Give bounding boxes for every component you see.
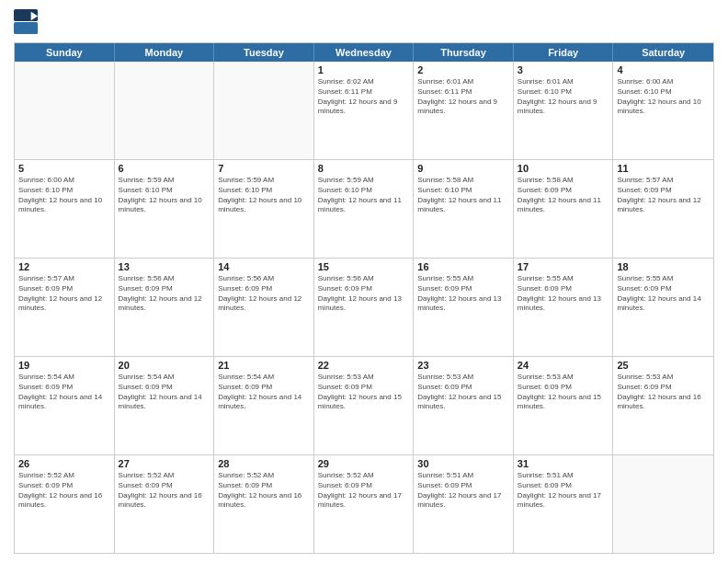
day-number: 5 xyxy=(18,163,110,174)
header-day-sunday: Sunday xyxy=(15,43,115,62)
day-info: Sunrise: 5:59 AM Sunset: 6:10 PM Dayligh… xyxy=(119,176,210,215)
day-number: 9 xyxy=(417,163,509,174)
day-number: 8 xyxy=(318,163,410,174)
day-number: 21 xyxy=(218,360,310,371)
calendar-week-1: 5Sunrise: 6:00 AM Sunset: 6:10 PM Daylig… xyxy=(15,159,713,258)
day-number: 20 xyxy=(119,360,210,371)
day-number: 30 xyxy=(417,458,509,469)
day-info: Sunrise: 6:01 AM Sunset: 6:10 PM Dayligh… xyxy=(518,77,609,117)
header-day-tuesday: Tuesday xyxy=(214,43,314,62)
day-info: Sunrise: 6:00 AM Sunset: 6:10 PM Dayligh… xyxy=(617,77,710,117)
header-day-friday: Friday xyxy=(514,43,614,62)
day-info: Sunrise: 5:59 AM Sunset: 6:10 PM Dayligh… xyxy=(218,176,310,215)
day-number: 29 xyxy=(318,458,410,469)
svg-rect-1 xyxy=(14,22,38,34)
calendar-week-3: 19Sunrise: 5:54 AM Sunset: 6:09 PM Dayli… xyxy=(15,356,713,454)
day-cell-26: 26Sunrise: 5:52 AM Sunset: 6:09 PM Dayli… xyxy=(15,455,115,553)
calendar-body: 1Sunrise: 6:02 AM Sunset: 6:11 PM Daylig… xyxy=(15,62,713,553)
day-number: 4 xyxy=(617,64,710,75)
day-cell-20: 20Sunrise: 5:54 AM Sunset: 6:09 PM Dayli… xyxy=(115,357,215,454)
day-cell-15: 15Sunrise: 5:56 AM Sunset: 6:09 PM Dayli… xyxy=(314,259,415,356)
day-info: Sunrise: 5:56 AM Sunset: 6:09 PM Dayligh… xyxy=(318,274,410,314)
day-cell-29: 29Sunrise: 5:52 AM Sunset: 6:09 PM Dayli… xyxy=(314,455,415,553)
day-number: 22 xyxy=(318,360,410,371)
day-info: Sunrise: 5:52 AM Sunset: 6:09 PM Dayligh… xyxy=(119,471,210,511)
day-cell-10: 10Sunrise: 5:58 AM Sunset: 6:09 PM Dayli… xyxy=(514,160,614,258)
day-cell-17: 17Sunrise: 5:55 AM Sunset: 6:09 PM Dayli… xyxy=(514,259,614,356)
day-number: 27 xyxy=(119,458,210,469)
day-info: Sunrise: 5:52 AM Sunset: 6:09 PM Dayligh… xyxy=(218,471,310,511)
day-info: Sunrise: 5:52 AM Sunset: 6:09 PM Dayligh… xyxy=(318,471,410,511)
day-number: 24 xyxy=(518,360,609,371)
day-number: 12 xyxy=(18,261,110,272)
day-number: 17 xyxy=(518,261,609,272)
header xyxy=(14,9,714,35)
day-cell-7: 7Sunrise: 5:59 AM Sunset: 6:10 PM Daylig… xyxy=(214,160,314,258)
day-number: 14 xyxy=(218,261,310,272)
day-info: Sunrise: 5:56 AM Sunset: 6:09 PM Dayligh… xyxy=(218,274,310,314)
day-cell-27: 27Sunrise: 5:52 AM Sunset: 6:09 PM Dayli… xyxy=(115,455,215,553)
calendar: SundayMondayTuesdayWednesdayThursdayFrid… xyxy=(14,42,714,554)
day-number: 16 xyxy=(417,261,509,272)
day-cell-5: 5Sunrise: 6:00 AM Sunset: 6:10 PM Daylig… xyxy=(15,160,115,258)
day-cell-18: 18Sunrise: 5:55 AM Sunset: 6:09 PM Dayli… xyxy=(613,259,713,356)
page: SundayMondayTuesdayWednesdayThursdayFrid… xyxy=(0,0,728,563)
day-info: Sunrise: 5:56 AM Sunset: 6:09 PM Dayligh… xyxy=(119,274,210,314)
day-number: 23 xyxy=(417,360,509,371)
header-day-saturday: Saturday xyxy=(613,43,713,62)
day-number: 3 xyxy=(518,64,609,75)
day-info: Sunrise: 5:53 AM Sunset: 6:09 PM Dayligh… xyxy=(617,373,710,412)
day-number: 13 xyxy=(119,261,210,272)
day-info: Sunrise: 5:59 AM Sunset: 6:10 PM Dayligh… xyxy=(318,176,410,215)
day-number: 25 xyxy=(617,360,710,371)
day-info: Sunrise: 5:58 AM Sunset: 6:09 PM Dayligh… xyxy=(518,176,609,215)
calendar-week-2: 12Sunrise: 5:57 AM Sunset: 6:09 PM Dayli… xyxy=(15,258,713,356)
day-number: 11 xyxy=(617,163,710,174)
day-info: Sunrise: 5:51 AM Sunset: 6:09 PM Dayligh… xyxy=(518,471,609,511)
day-info: Sunrise: 5:58 AM Sunset: 6:10 PM Dayligh… xyxy=(417,176,509,215)
day-info: Sunrise: 6:00 AM Sunset: 6:10 PM Dayligh… xyxy=(18,176,110,215)
day-number: 6 xyxy=(119,163,210,174)
day-cell-21: 21Sunrise: 5:54 AM Sunset: 6:09 PM Dayli… xyxy=(214,357,314,454)
empty-cell-0-1 xyxy=(115,62,215,159)
day-cell-3: 3Sunrise: 6:01 AM Sunset: 6:10 PM Daylig… xyxy=(514,62,614,159)
day-info: Sunrise: 5:55 AM Sunset: 6:09 PM Dayligh… xyxy=(518,274,609,314)
day-info: Sunrise: 5:52 AM Sunset: 6:09 PM Dayligh… xyxy=(18,471,110,511)
logo xyxy=(14,9,43,35)
day-info: Sunrise: 5:53 AM Sunset: 6:09 PM Dayligh… xyxy=(518,373,609,412)
calendar-week-4: 26Sunrise: 5:52 AM Sunset: 6:09 PM Dayli… xyxy=(15,454,713,553)
day-cell-9: 9Sunrise: 5:58 AM Sunset: 6:10 PM Daylig… xyxy=(414,160,514,258)
day-number: 19 xyxy=(18,360,110,371)
day-info: Sunrise: 6:01 AM Sunset: 6:11 PM Dayligh… xyxy=(417,77,509,117)
day-info: Sunrise: 5:55 AM Sunset: 6:09 PM Dayligh… xyxy=(617,274,710,314)
day-cell-14: 14Sunrise: 5:56 AM Sunset: 6:09 PM Dayli… xyxy=(214,259,314,356)
day-number: 1 xyxy=(318,64,410,75)
day-cell-11: 11Sunrise: 5:57 AM Sunset: 6:09 PM Dayli… xyxy=(613,160,713,258)
day-number: 18 xyxy=(617,261,710,272)
day-number: 2 xyxy=(417,64,509,75)
day-cell-19: 19Sunrise: 5:54 AM Sunset: 6:09 PM Dayli… xyxy=(15,357,115,454)
day-number: 7 xyxy=(218,163,310,174)
day-cell-2: 2Sunrise: 6:01 AM Sunset: 6:11 PM Daylig… xyxy=(414,62,514,159)
day-cell-28: 28Sunrise: 5:52 AM Sunset: 6:09 PM Dayli… xyxy=(214,455,314,553)
day-cell-12: 12Sunrise: 5:57 AM Sunset: 6:09 PM Dayli… xyxy=(15,259,115,356)
day-info: Sunrise: 5:51 AM Sunset: 6:09 PM Dayligh… xyxy=(417,471,509,511)
day-info: Sunrise: 5:53 AM Sunset: 6:09 PM Dayligh… xyxy=(417,373,509,412)
empty-cell-4-6 xyxy=(613,455,713,553)
empty-cell-0-2 xyxy=(214,62,314,159)
day-info: Sunrise: 5:54 AM Sunset: 6:09 PM Dayligh… xyxy=(119,373,210,412)
header-day-thursday: Thursday xyxy=(414,43,514,62)
day-cell-8: 8Sunrise: 5:59 AM Sunset: 6:10 PM Daylig… xyxy=(314,160,415,258)
day-cell-23: 23Sunrise: 5:53 AM Sunset: 6:09 PM Dayli… xyxy=(414,357,514,454)
day-info: Sunrise: 5:57 AM Sunset: 6:09 PM Dayligh… xyxy=(617,176,710,215)
calendar-week-0: 1Sunrise: 6:02 AM Sunset: 6:11 PM Daylig… xyxy=(15,62,713,159)
day-cell-6: 6Sunrise: 5:59 AM Sunset: 6:10 PM Daylig… xyxy=(115,160,215,258)
day-info: Sunrise: 5:54 AM Sunset: 6:09 PM Dayligh… xyxy=(18,373,110,412)
day-cell-4: 4Sunrise: 6:00 AM Sunset: 6:10 PM Daylig… xyxy=(613,62,713,159)
logo-icon xyxy=(14,9,40,35)
day-number: 15 xyxy=(318,261,410,272)
day-cell-31: 31Sunrise: 5:51 AM Sunset: 6:09 PM Dayli… xyxy=(514,455,614,553)
day-info: Sunrise: 5:53 AM Sunset: 6:09 PM Dayligh… xyxy=(318,373,410,412)
day-cell-13: 13Sunrise: 5:56 AM Sunset: 6:09 PM Dayli… xyxy=(115,259,215,356)
day-cell-24: 24Sunrise: 5:53 AM Sunset: 6:09 PM Dayli… xyxy=(514,357,614,454)
